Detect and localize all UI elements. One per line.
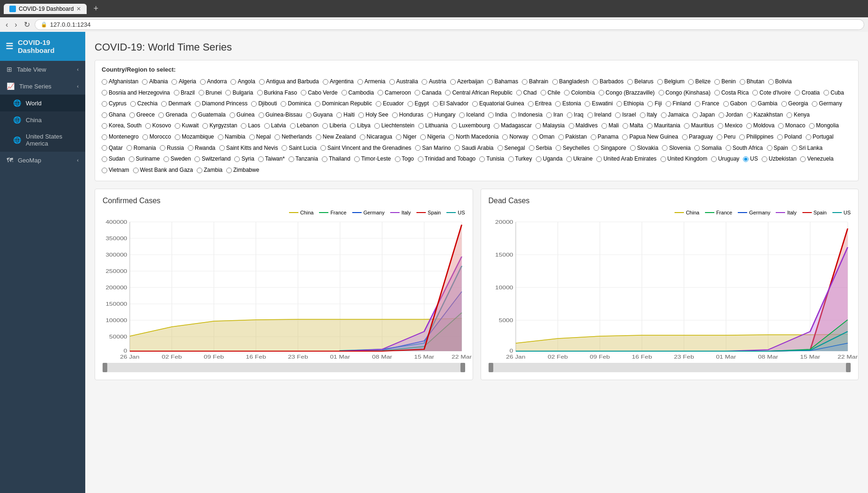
country-radio[interactable] — [175, 123, 180, 129]
country-radio[interactable] — [188, 145, 193, 151]
country-option[interactable]: Suriname — [129, 154, 160, 164]
country-option[interactable]: Ireland — [587, 110, 612, 120]
country-option[interactable]: Cabo Verde — [301, 88, 337, 98]
country-radio[interactable] — [599, 90, 604, 96]
country-option[interactable]: Zimbabwe — [226, 165, 259, 176]
country-option[interactable]: Bangladesh — [552, 77, 589, 87]
country-radio[interactable] — [627, 79, 633, 85]
country-radio[interactable] — [102, 101, 107, 107]
country-option[interactable]: Korea, South — [102, 121, 141, 131]
country-option[interactable]: Dominican Republic — [315, 99, 372, 109]
country-radio[interactable] — [194, 156, 200, 162]
country-radio[interactable] — [408, 101, 413, 107]
country-radio[interactable] — [647, 123, 653, 129]
country-option[interactable]: Pakistan — [558, 132, 587, 142]
country-option[interactable]: US — [743, 154, 758, 164]
country-radio[interactable] — [418, 123, 424, 129]
country-radio[interactable] — [392, 112, 398, 118]
country-option[interactable]: Djibouti — [251, 99, 277, 109]
country-option[interactable]: Mexico — [718, 121, 742, 131]
country-option[interactable]: Guinea-Bissau — [259, 110, 303, 120]
country-option[interactable]: Maldives — [569, 121, 598, 131]
country-radio[interactable] — [258, 156, 264, 162]
country-option[interactable]: Burkina Faso — [257, 88, 297, 98]
sidebar-item-china[interactable]: 🌐 China — [0, 111, 85, 128]
country-option[interactable]: Switzerland — [194, 154, 230, 164]
country-radio[interactable] — [723, 101, 729, 107]
country-radio[interactable] — [695, 101, 700, 107]
country-option[interactable]: Spain — [767, 143, 788, 154]
country-radio[interactable] — [322, 156, 327, 162]
country-option[interactable]: Liechtenstein — [374, 121, 415, 131]
country-radio[interactable] — [336, 112, 342, 118]
country-option[interactable]: Ethiopia — [616, 99, 644, 109]
country-radio[interactable] — [163, 156, 169, 162]
country-option[interactable]: Armenia — [357, 77, 386, 87]
country-radio[interactable] — [281, 101, 286, 107]
country-radio[interactable] — [768, 79, 774, 85]
country-radio[interactable] — [616, 101, 622, 107]
country-option[interactable]: India — [488, 110, 507, 120]
country-radio[interactable] — [102, 156, 107, 162]
country-radio[interactable] — [264, 123, 270, 129]
country-option[interactable]: Guatemala — [191, 110, 226, 120]
country-option[interactable]: Tunisia — [479, 154, 504, 164]
country-radio[interactable] — [594, 145, 599, 151]
country-option[interactable]: Poland — [777, 132, 801, 142]
country-radio[interactable] — [596, 156, 602, 162]
country-radio[interactable] — [522, 79, 527, 85]
country-option[interactable]: Qatar — [102, 143, 123, 154]
country-radio[interactable] — [657, 79, 663, 85]
country-radio[interactable] — [717, 134, 722, 140]
country-radio[interactable] — [640, 112, 645, 118]
country-radio[interactable] — [714, 90, 720, 96]
country-option[interactable]: Tanzania — [289, 154, 318, 164]
country-radio[interactable] — [585, 101, 590, 107]
country-option[interactable]: Denmark — [161, 99, 191, 109]
country-radio[interactable] — [241, 123, 246, 129]
country-option[interactable]: Senegal — [497, 143, 525, 154]
country-option[interactable]: Belize — [688, 77, 711, 87]
country-option[interactable]: Norway — [502, 132, 528, 142]
country-radio[interactable] — [315, 101, 320, 107]
country-option[interactable]: Diamond Princess — [195, 99, 247, 109]
country-option[interactable]: Taiwan* — [258, 154, 285, 164]
country-radio[interactable] — [230, 112, 235, 118]
country-radio[interactable] — [794, 90, 800, 96]
country-radio[interactable] — [306, 112, 312, 118]
country-option[interactable]: Libya — [350, 121, 371, 131]
dead-range-handle-right[interactable] — [846, 363, 851, 372]
country-option[interactable]: Venezuela — [800, 154, 833, 164]
country-radio[interactable] — [692, 112, 698, 118]
country-option[interactable]: Bolivia — [768, 77, 792, 87]
country-radio[interactable] — [751, 101, 757, 107]
country-option[interactable]: Sudan — [102, 154, 125, 164]
country-option[interactable]: Cote d'Ivoire — [752, 88, 791, 98]
country-radio[interactable] — [197, 168, 202, 173]
country-option[interactable]: Mali — [601, 121, 619, 131]
country-radio[interactable] — [812, 101, 817, 107]
country-radio[interactable] — [395, 156, 401, 162]
country-radio[interactable] — [567, 112, 572, 118]
country-radio[interactable] — [622, 134, 628, 140]
country-radio[interactable] — [718, 123, 723, 129]
country-radio[interactable] — [323, 79, 328, 85]
country-radio[interactable] — [226, 168, 232, 173]
country-option[interactable]: Brunei — [199, 88, 222, 98]
country-radio[interactable] — [449, 134, 454, 140]
country-radio[interactable] — [494, 123, 499, 129]
country-option[interactable]: Papua New Guinea — [622, 132, 678, 142]
country-radio[interactable] — [129, 156, 134, 162]
country-radio[interactable] — [259, 79, 265, 85]
country-radio[interactable] — [591, 134, 596, 140]
country-option[interactable]: Kazakhstan — [747, 110, 783, 120]
sidebar-item-table-view[interactable]: ⊞ Table View ‹ — [0, 61, 85, 78]
country-option[interactable]: Ghana — [102, 110, 126, 120]
country-option[interactable]: Syria — [234, 154, 254, 164]
country-option[interactable]: Antigua and Barbuda — [259, 77, 319, 87]
country-radio[interactable] — [601, 123, 607, 129]
country-radio[interactable] — [161, 101, 167, 107]
country-option[interactable]: Benin — [714, 77, 736, 87]
country-radio[interactable] — [230, 79, 236, 85]
country-option[interactable]: Singapore — [594, 143, 626, 154]
